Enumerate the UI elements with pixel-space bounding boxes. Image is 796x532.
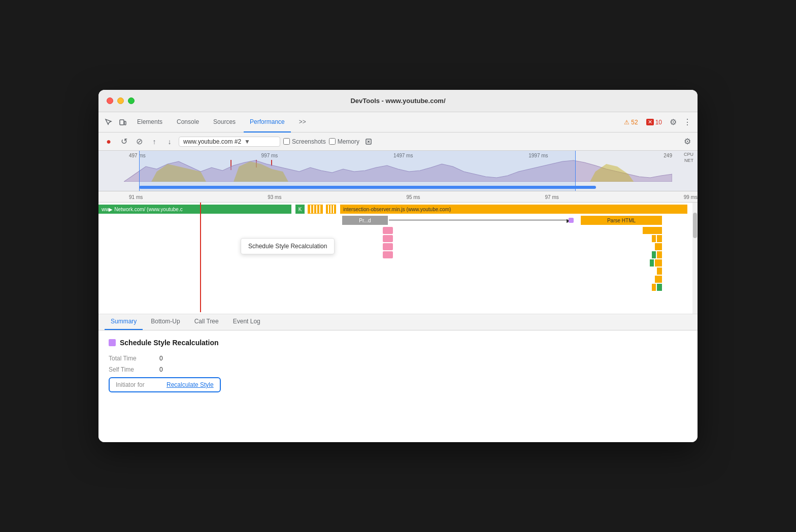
yellow-block-2 <box>648 227 655 234</box>
initiator-row: Initiator for Recalculate Style <box>109 377 221 392</box>
screenshots-checkbox-input[interactable] <box>283 138 290 145</box>
dropdown-icon: ▼ <box>244 138 250 145</box>
window-title: DevTools - www.youtube.com/ <box>350 97 445 105</box>
tab-bottom-up[interactable]: Bottom-Up <box>145 314 186 330</box>
flame-bar-striped-2[interactable] <box>326 205 336 214</box>
yellow-block-7 <box>657 251 662 258</box>
flame-bar-prd[interactable]: Pr...d <box>342 216 388 225</box>
tooltip-text: Schedule Style Recalculation <box>248 243 327 250</box>
settings-icon[interactable]: ⚙ <box>667 116 679 128</box>
pink-bar-1[interactable] <box>383 227 393 234</box>
ruler-99: 99 ms <box>684 194 698 200</box>
pink-bar-4[interactable] <box>383 251 393 258</box>
memory-label: Memory <box>338 138 359 145</box>
cpu-label: CPU <box>684 152 693 157</box>
green-block-2 <box>650 259 654 267</box>
self-time-label: Self Time <box>109 366 149 373</box>
device-toolbar-icon[interactable] <box>117 116 129 128</box>
minimize-button[interactable] <box>117 97 124 104</box>
summary-title: Schedule Style Recalculation <box>109 339 687 347</box>
timeline-ruler: 91 ms 93 ms 95 ms 97 ms 99 ms <box>98 191 698 203</box>
yellow-block-5 <box>652 235 656 242</box>
maximize-button[interactable] <box>128 97 135 104</box>
yellow-block-10 <box>655 276 662 283</box>
reload-record-button[interactable]: ↺ <box>118 136 130 148</box>
warning-icon: ⚠ <box>624 119 629 126</box>
download-button[interactable]: ↓ <box>163 136 176 148</box>
record-button[interactable]: ● <box>103 136 115 148</box>
self-time-row: Self Time 0 <box>109 366 687 373</box>
flame-chart[interactable]: ww▶ Network.com/ (www.youtube.c K inters… <box>98 203 698 314</box>
purple-dot <box>569 218 574 223</box>
memory-checkbox[interactable]: Memory <box>329 138 359 145</box>
clear-button[interactable]: ⊘ <box>133 136 145 148</box>
yellow-block-8 <box>655 259 662 267</box>
selection-overlay[interactable] <box>139 151 576 191</box>
perf-toolbar: ● ↺ ⊘ ↑ ↓ www.youtube.com #2 ▼ Screensho… <box>98 132 698 151</box>
more-options-icon[interactable]: ⋮ <box>681 116 693 128</box>
error-icon: ✕ <box>646 119 654 125</box>
tab-elements[interactable]: Elements <box>131 112 169 132</box>
scrollbar-right[interactable] <box>692 203 698 314</box>
svg-rect-1 <box>124 121 126 125</box>
summary-panel: Schedule Style Recalculation Total Time … <box>98 330 698 442</box>
summary-event-title: Schedule Style Recalculation <box>120 339 219 347</box>
warning-badge: ⚠ 52 <box>621 119 641 126</box>
flame-bar-observer[interactable]: intersection-observer.min.js (www.youtub… <box>340 205 687 214</box>
tab-performance[interactable]: Performance <box>244 112 291 132</box>
svg-marker-8 <box>590 164 634 182</box>
total-time-label: Total Time <box>109 355 149 362</box>
initiator-label: Initiator for <box>116 381 156 388</box>
title-bar: DevTools - www.youtube.com/ <box>98 90 698 112</box>
arrow-line <box>389 220 571 220</box>
devtools-header: Elements Console Sources Performance >> … <box>98 112 698 132</box>
pink-bar-3[interactable] <box>383 243 393 250</box>
tab-console[interactable]: Console <box>171 112 205 132</box>
perf-settings-button[interactable]: ⚙ <box>681 136 693 148</box>
row-network: ww▶ Network.com/ (www.youtube.c K inters… <box>98 205 692 214</box>
total-time-value: 0 <box>159 355 163 362</box>
close-button[interactable] <box>107 97 113 104</box>
tab-sources[interactable]: Sources <box>207 112 242 132</box>
ruler-97: 97 ms <box>545 194 559 200</box>
flame-bar-k[interactable]: K <box>295 205 305 214</box>
self-time-value: 0 <box>159 366 163 373</box>
yellow-block-6 <box>655 243 662 250</box>
scrollbar-thumb[interactable] <box>693 213 697 238</box>
warning-count: 52 <box>631 119 638 126</box>
initiator-link[interactable]: Recalculate Style <box>167 381 214 388</box>
tab-call-tree[interactable]: Call Tree <box>188 314 225 330</box>
memory-checkbox-input[interactable] <box>329 138 336 145</box>
tooltip: Schedule Style Recalculation <box>241 238 335 254</box>
ruler-95: 95 ms <box>406 194 420 200</box>
tab-more[interactable]: >> <box>293 112 312 132</box>
yellow-block-1 <box>655 227 662 234</box>
inspect-icon[interactable] <box>103 116 115 128</box>
summary-color-indicator <box>109 339 116 346</box>
tab-summary[interactable]: Summary <box>105 314 143 330</box>
net-label: NET <box>684 158 693 163</box>
row-activity: Pr...d ▶ Parse HTML <box>98 216 692 225</box>
garbage-collect-button[interactable] <box>362 136 375 148</box>
total-time-row: Total Time 0 <box>109 355 687 362</box>
tab-event-log[interactable]: Event Log <box>227 314 267 330</box>
flame-bar-striped-1[interactable] <box>308 205 323 214</box>
ruler-marks: 91 ms 93 ms 95 ms 97 ms 99 ms <box>129 194 698 200</box>
upload-button[interactable]: ↑ <box>148 136 160 148</box>
timeline-overview[interactable]: CPU NET 497 ms 997 ms 1497 ms 1997 ms 24… <box>98 151 698 191</box>
svg-rect-0 <box>120 120 124 125</box>
flame-bar-network[interactable]: ww▶ Network.com/ (www.youtube.c <box>98 205 291 214</box>
devtools-window: DevTools - www.youtube.com/ Elements Con… <box>98 90 698 442</box>
green-block-1 <box>652 251 656 258</box>
yellow-block-3 <box>643 227 648 234</box>
error-badge: ✕ 10 <box>643 119 665 126</box>
pink-bar-2[interactable] <box>383 235 393 242</box>
url-selector[interactable]: www.youtube.com #2 ▼ <box>179 137 280 147</box>
url-label: www.youtube.com #2 <box>183 138 241 145</box>
flame-bar-parse-html[interactable]: Parse HTML <box>581 216 662 225</box>
screenshots-label: Screenshots <box>292 138 326 145</box>
screenshots-checkbox[interactable]: Screenshots <box>283 138 326 145</box>
error-count: 10 <box>655 119 662 126</box>
ruler-91: 91 ms <box>129 194 143 200</box>
yellow-block-4 <box>657 235 662 242</box>
